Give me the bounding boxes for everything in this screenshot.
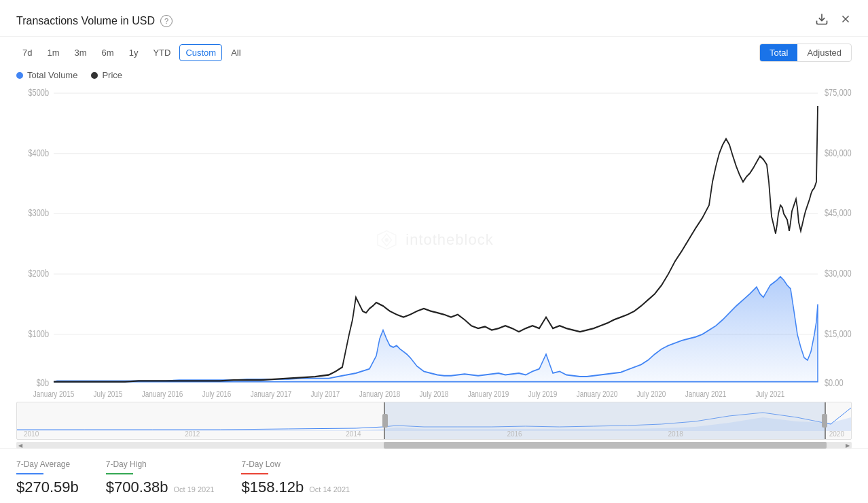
- svg-text:$45,000.00: $45,000.00: [825, 208, 852, 219]
- stat-avg-label: 7-Day Average: [16, 459, 79, 469]
- svg-text:July 2018: July 2018: [420, 389, 449, 398]
- btn-1m[interactable]: 1m: [41, 44, 65, 61]
- nav-label-2010: 2010: [24, 430, 39, 438]
- svg-text:$300b: $300b: [28, 208, 49, 219]
- btn-ytd[interactable]: YTD: [147, 44, 177, 61]
- stat-7day-avg: 7-Day Average $270.59b: [16, 459, 79, 496]
- svg-text:July 2016: July 2016: [202, 389, 232, 398]
- svg-text:January 2021: January 2021: [685, 389, 727, 398]
- stat-high-value: $700.38b: [106, 479, 168, 496]
- btn-1y[interactable]: 1y: [123, 44, 145, 61]
- time-filter-group: 7d 1m 3m 6m 1y YTD Custom All: [16, 44, 247, 61]
- nav-label-2012: 2012: [185, 430, 200, 438]
- chart-title: Transactions Volume in USD: [16, 15, 155, 27]
- legend-price: Price: [91, 70, 122, 80]
- stats-section: 7-Day Average $270.59b 7-Day High $700.3…: [0, 448, 868, 503]
- svg-text:January 2019: January 2019: [468, 389, 509, 398]
- chart-area: intotheblock $500b $400b $300b $200b $10…: [0, 80, 868, 399]
- svg-text:$0.00: $0.00: [825, 378, 844, 389]
- legend-total-volume: Total Volume: [16, 70, 77, 80]
- svg-text:$100b: $100b: [28, 329, 49, 340]
- svg-text:January 2020: January 2020: [577, 389, 618, 398]
- chart-navigator[interactable]: 2010 2012 2014 2016 2018 2020 ◀ ▶: [0, 399, 868, 448]
- stat-high-date: Oct 19 2021: [174, 485, 215, 493]
- stat-7day-low: 7-Day Low $158.12b Oct 14 2021: [241, 459, 350, 496]
- stat-high-line: [106, 473, 133, 474]
- toggle-total[interactable]: Total: [760, 44, 797, 61]
- toggle-adjusted[interactable]: Adjusted: [797, 44, 851, 61]
- legend-dot-volume: [16, 72, 23, 79]
- close-icon[interactable]: [839, 13, 852, 29]
- svg-text:$500b: $500b: [28, 88, 49, 99]
- svg-text:January 2017: January 2017: [251, 389, 292, 398]
- stat-low-date: Oct 14 2021: [309, 485, 350, 493]
- navigator-handle-left[interactable]: [382, 414, 388, 428]
- stat-7day-high: 7-Day High $700.38b Oct 19 2021: [106, 459, 215, 496]
- stat-avg-value: $270.59b: [16, 479, 79, 496]
- svg-text:$30,000.00: $30,000.00: [825, 268, 852, 279]
- stat-high-label: 7-Day High: [106, 459, 215, 469]
- svg-text:$60,000.00: $60,000.00: [825, 148, 852, 158]
- stat-avg-line: [16, 473, 43, 474]
- legend-label-price: Price: [102, 70, 122, 80]
- svg-text:January 2015: January 2015: [33, 389, 75, 398]
- svg-text:July 2017: July 2017: [311, 389, 340, 398]
- svg-text:July 2019: July 2019: [528, 389, 558, 398]
- scroll-right-arrow[interactable]: ▶: [844, 442, 852, 449]
- svg-text:July 2020: July 2020: [637, 389, 666, 398]
- svg-text:January 2018: January 2018: [359, 389, 401, 398]
- nav-label-2018: 2018: [668, 430, 683, 438]
- svg-text:July 2021: July 2021: [756, 389, 785, 398]
- help-icon[interactable]: ?: [160, 15, 173, 27]
- download-icon[interactable]: [815, 12, 829, 29]
- svg-text:July 2015: July 2015: [94, 389, 123, 398]
- view-toggle: Total Adjusted: [759, 44, 852, 62]
- main-chart-svg: $500b $400b $300b $200b $100b $0b $75,00…: [16, 80, 852, 399]
- nav-label-2016: 2016: [507, 430, 522, 438]
- navigator-handle-right[interactable]: [822, 414, 827, 428]
- stat-low-line: [241, 473, 268, 474]
- scroll-left-arrow[interactable]: ◀: [16, 442, 24, 449]
- svg-text:$400b: $400b: [28, 148, 49, 158]
- svg-text:$15,000.00: $15,000.00: [825, 329, 852, 340]
- btn-3m[interactable]: 3m: [69, 44, 93, 61]
- navigator-scroll-thumb[interactable]: [384, 442, 827, 449]
- svg-text:$75,000.00: $75,000.00: [825, 88, 852, 99]
- svg-text:$200b: $200b: [28, 268, 49, 279]
- svg-text:January 2016: January 2016: [142, 389, 183, 398]
- nav-label-2020: 2020: [829, 430, 844, 438]
- svg-text:$0b: $0b: [37, 378, 49, 389]
- legend-label-volume: Total Volume: [27, 70, 77, 80]
- btn-7d[interactable]: 7d: [16, 44, 38, 61]
- btn-custom[interactable]: Custom: [179, 44, 222, 61]
- stat-low-label: 7-Day Low: [241, 459, 350, 469]
- navigator-scrollbar[interactable]: ◀ ▶: [16, 442, 852, 449]
- btn-all[interactable]: All: [225, 44, 247, 61]
- btn-6m[interactable]: 6m: [96, 44, 120, 61]
- nav-label-2014: 2014: [346, 430, 361, 438]
- stat-low-value: $158.12b: [241, 479, 304, 496]
- chart-legend: Total Volume Price: [0, 66, 868, 80]
- legend-dot-price: [91, 72, 98, 79]
